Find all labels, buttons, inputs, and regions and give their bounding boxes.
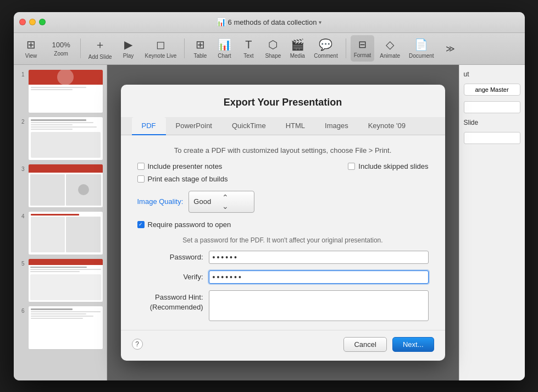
document-label: Document	[409, 53, 434, 59]
action-buttons: Cancel Next...	[343, 337, 434, 352]
shape-button[interactable]: ⬡ Shape	[262, 35, 284, 62]
password-label: Password:	[137, 253, 203, 261]
maximize-button[interactable]	[39, 19, 46, 25]
slide-number: 2	[17, 117, 25, 125]
tab-keynote09[interactable]: Keynote '09	[358, 117, 415, 135]
toolbar-divider-2	[184, 38, 185, 58]
close-button[interactable]	[19, 19, 26, 25]
tab-pdf[interactable]: PDF	[132, 117, 166, 135]
require-password-checkbox[interactable]	[137, 221, 145, 228]
document-button[interactable]: 📄 Document	[406, 35, 437, 62]
more-button[interactable]: ≫	[440, 35, 462, 62]
hint-field-row: Password Hint:(Recommended)	[137, 290, 429, 321]
media-button[interactable]: 🎬 Media	[286, 35, 308, 62]
slide-thumbnail[interactable]	[28, 164, 103, 208]
require-password-row[interactable]: Require password to open	[137, 220, 429, 229]
zoom-icon: 100%	[52, 41, 70, 49]
skipped-label: Include skipped slides	[358, 162, 428, 170]
shape-label: Shape	[265, 53, 281, 59]
toolbar-divider-3	[346, 38, 346, 58]
tab-quicktime[interactable]: QuickTime	[222, 117, 276, 135]
keynote-live-label: Keynote Live	[145, 53, 177, 59]
change-master-button[interactable]: ange Master	[464, 84, 520, 96]
table-button[interactable]: ⊞ Table	[189, 35, 211, 62]
right-panel-input-2[interactable]	[464, 132, 520, 144]
password-hint-text: Set a password for the PDF. It won't aff…	[137, 236, 429, 244]
right-panel-input-1[interactable]	[464, 101, 520, 113]
slide-thumbnail[interactable]	[28, 117, 103, 161]
tab-powerpoint[interactable]: PowerPoint	[166, 117, 222, 135]
view-button[interactable]: ⊞ View	[20, 35, 42, 62]
chart-label: Chart	[218, 53, 231, 59]
comment-button[interactable]: 💬 Comment	[310, 35, 341, 62]
slide-thumbnail[interactable]	[28, 69, 103, 113]
play-icon: ▶	[124, 38, 132, 51]
minimize-button[interactable]	[29, 19, 36, 25]
media-label: Media	[290, 53, 305, 59]
comment-label: Comment	[314, 53, 337, 59]
password-field-row: Password:	[137, 251, 429, 264]
format-button[interactable]: ⊟ Format	[351, 35, 375, 62]
builds-label: Print each stage of builds	[148, 175, 228, 183]
play-button[interactable]: ▶ Play	[118, 35, 140, 62]
cancel-button[interactable]: Cancel	[343, 337, 386, 352]
tab-images[interactable]: Images	[315, 117, 358, 135]
hint-label: Password Hint:(Recommended)	[137, 290, 203, 312]
table-label: Table	[193, 53, 207, 59]
slide-number: 3	[17, 164, 25, 172]
text-button[interactable]: T Text	[237, 35, 259, 62]
password-section: Set a password for the PDF. It won't aff…	[137, 236, 429, 321]
skipped-row[interactable]: Include skipped slides	[348, 162, 428, 170]
format-icon: ⊟	[358, 38, 367, 51]
builds-row[interactable]: Print each stage of builds	[137, 175, 228, 183]
image-quality-row: Image Quality: Good ⌃⌄	[137, 191, 429, 213]
quality-chevron-icon: ⌃⌄	[222, 193, 229, 211]
view-label: View	[25, 53, 37, 59]
view-icon: ⊞	[26, 38, 36, 51]
zoom-label: Zoom	[54, 51, 68, 57]
include-notes-checkbox[interactable]	[137, 163, 145, 170]
right-panel-tab-label: ut	[464, 70, 520, 78]
slide-thumbnail[interactable]	[28, 211, 103, 255]
list-item: 5	[17, 258, 103, 302]
media-icon: 🎬	[291, 38, 304, 51]
checkbox-col-right: Include skipped slides	[348, 162, 428, 170]
skipped-checkbox[interactable]	[348, 163, 355, 170]
tab-html[interactable]: HTML	[276, 117, 315, 135]
quality-select[interactable]: Good ⌃⌄	[188, 191, 254, 213]
app-window: 📊 6 methods of data collection ▾ ⊞ View …	[14, 12, 525, 380]
play-label: Play	[123, 53, 134, 59]
help-button[interactable]: ?	[132, 339, 143, 350]
slide-number: 5	[17, 258, 25, 267]
export-modal: Export Your Presentation PDF PowerPoint …	[121, 85, 445, 361]
quality-value: Good	[193, 197, 211, 206]
shape-icon: ⬡	[268, 38, 278, 51]
hint-textarea[interactable]	[209, 290, 429, 321]
include-notes-row[interactable]: Include presenter notes	[137, 162, 228, 170]
password-input[interactable]	[209, 251, 429, 264]
slide-thumbnail[interactable]	[28, 258, 103, 302]
list-item: 2	[17, 117, 103, 161]
animate-button[interactable]: ◇ Animate	[376, 35, 403, 62]
keynote-live-button[interactable]: ◻ Keynote Live	[142, 35, 180, 62]
animate-label: Animate	[380, 53, 400, 59]
builds-checkbox[interactable]	[137, 175, 145, 183]
canvas-area: Export Your Presentation PDF PowerPoint …	[107, 65, 459, 380]
zoom-button[interactable]: 100% Zoom	[49, 35, 74, 62]
document-icon: 📊	[217, 18, 226, 26]
comment-icon: 💬	[319, 38, 332, 51]
toolbar-divider-1	[80, 38, 81, 58]
window-title: 6 methods of data collection	[228, 18, 317, 26]
window-title-area: 📊 6 methods of data collection ▾	[217, 18, 322, 26]
add-slide-button[interactable]: ＋ Add Slide	[85, 35, 115, 62]
next-button[interactable]: Next...	[392, 337, 434, 352]
slide-thumbnail[interactable]	[28, 306, 103, 350]
traffic-lights	[19, 19, 46, 25]
verify-input[interactable]	[209, 270, 429, 284]
toolbar-zoom-group: 100% Zoom	[47, 35, 76, 62]
chart-icon: 📊	[218, 38, 231, 51]
require-password-label: Require password to open	[148, 220, 231, 229]
chart-button[interactable]: 📊 Chart	[213, 35, 235, 62]
checkbox-col-left: Include presenter notes Print each stage…	[137, 162, 228, 183]
list-item: 6	[17, 306, 103, 350]
